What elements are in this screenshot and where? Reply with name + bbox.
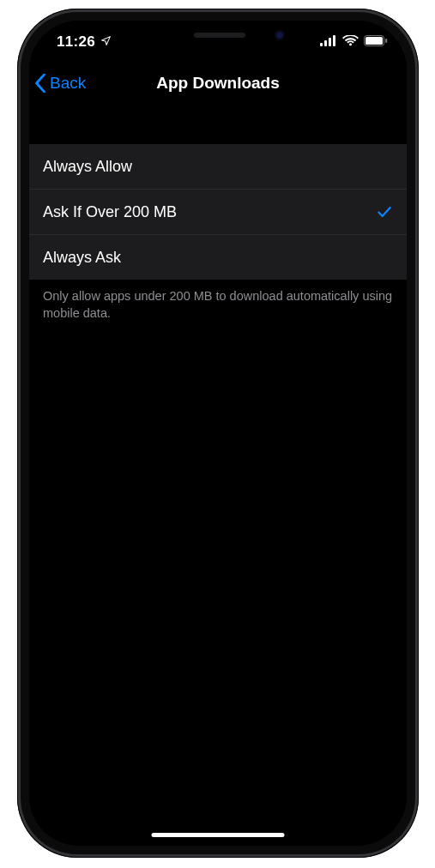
back-button[interactable]: Back	[34, 74, 86, 93]
status-left: 11:26	[57, 33, 112, 51]
speaker-grille	[194, 33, 245, 38]
chevron-left-icon	[34, 74, 46, 93]
nav-bar: Back App Downloads	[29, 62, 407, 105]
option-ask-if-over-200mb[interactable]: Ask If Over 200 MB	[29, 189, 407, 234]
option-label: Always Ask	[43, 249, 121, 267]
svg-rect-1	[324, 40, 327, 46]
svg-rect-5	[366, 37, 383, 45]
content: Always Allow Ask If Over 200 MB Always A…	[29, 106, 407, 846]
page-title: App Downloads	[156, 74, 280, 93]
cellular-signal-icon	[320, 34, 337, 50]
status-time: 11:26	[57, 33, 95, 51]
wifi-icon	[342, 34, 359, 50]
checkmark-icon	[376, 203, 393, 220]
phone-bezel: 11:26	[29, 21, 407, 846]
option-label: Ask If Over 200 MB	[43, 203, 177, 221]
front-camera	[275, 30, 285, 40]
svg-rect-0	[320, 43, 323, 46]
svg-rect-6	[385, 39, 387, 43]
location-services-icon	[100, 33, 112, 51]
notch	[116, 21, 320, 50]
svg-rect-2	[329, 38, 331, 46]
status-right	[320, 34, 388, 50]
screen: 11:26	[29, 21, 407, 846]
svg-rect-3	[333, 35, 335, 46]
phone-frame: 11:26	[17, 9, 419, 858]
back-label: Back	[50, 74, 86, 93]
options-footer-note: Only allow apps under 200 MB to download…	[29, 280, 407, 322]
options-group: Always Allow Ask If Over 200 MB Always A…	[29, 144, 407, 280]
option-always-ask[interactable]: Always Ask	[29, 234, 407, 280]
home-indicator[interactable]	[152, 833, 285, 837]
battery-icon	[364, 34, 388, 50]
option-label: Always Allow	[43, 158, 132, 176]
option-always-allow[interactable]: Always Allow	[29, 144, 407, 189]
